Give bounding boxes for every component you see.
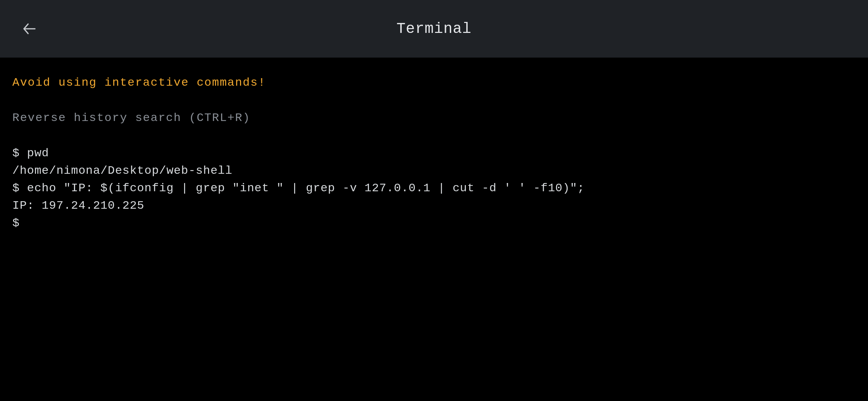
terminal-line: /home/nimona/Desktop/web-shell [12,162,856,180]
terminal-body[interactable]: Avoid using interactive commands! Revers… [0,58,868,248]
prompt-line[interactable]: $ [12,215,856,232]
terminal-line: IP: 197.24.210.225 [12,197,856,215]
terminal-line: $ pwd [12,145,856,162]
arrow-left-icon [22,21,37,36]
terminal-line: $ echo "IP: $(ifconfig | grep "inet " | … [12,180,856,197]
back-button[interactable] [20,19,39,38]
command-input[interactable] [23,217,856,230]
search-hint: Reverse history search (CTRL+R) [12,109,856,127]
app-header: Terminal [0,0,868,58]
warning-message: Avoid using interactive commands! [12,74,856,92]
page-title: Terminal [0,20,868,37]
prompt-symbol: $ [12,215,19,232]
